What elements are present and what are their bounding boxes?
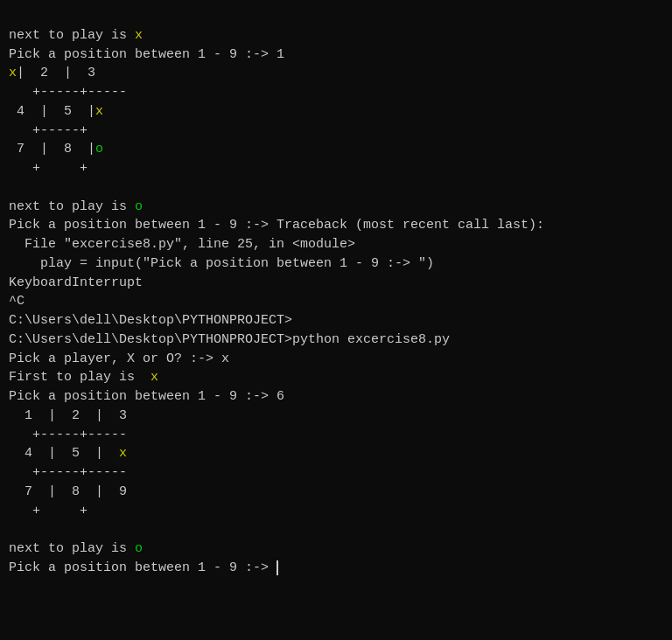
line-16: C:\Users\dell\Desktop\PYTHONPROJECT> [9, 313, 292, 328]
line-14: KeyboardInterrupt [9, 275, 143, 290]
line-28: next to play is o [9, 541, 143, 556]
line-17: C:\Users\dell\Desktop\PYTHONPROJECT>pyth… [9, 332, 450, 347]
line-5: 4 | 5 |x [9, 104, 103, 119]
line-6: +-----+ [9, 123, 88, 138]
line-24: +-----+----- [9, 465, 127, 480]
line-12: File "excercise8.py", line 25, in <modul… [9, 237, 355, 252]
line-25: 7 | 8 | 9 [9, 484, 127, 499]
line-20: Pick a position between 1 - 9 :-> 6 [9, 389, 284, 404]
line-7: 7 | 8 |o [9, 142, 103, 157]
line-8: + + [9, 161, 88, 176]
line-15: ^C [9, 294, 24, 309]
terminal-container: next to play is x Pick a position betwee… [9, 7, 663, 578]
line-18: Pick a player, X or O? :-> x [9, 351, 229, 366]
line-1: next to play is x [9, 28, 143, 43]
line-2: Pick a position between 1 - 9 :-> 1 [9, 47, 284, 62]
line-3: x| 2 | 3 [9, 66, 95, 80]
line-13: play = input("Pick a position between 1 … [9, 256, 434, 271]
line-21: 1 | 2 | 3 [9, 408, 127, 423]
line-26: + + [9, 504, 88, 518]
line-22: +-----+----- [9, 428, 127, 442]
line-10: next to play is o [9, 199, 143, 214]
line-4: +-----+----- [9, 85, 127, 100]
line-19: First to play is x [9, 370, 158, 385]
line-23: 4 | 5 | x [9, 446, 127, 461]
line-11: Pick a position between 1 - 9 :-> Traceb… [9, 218, 544, 233]
line-29: Pick a position between 1 - 9 :-> [9, 560, 286, 575]
